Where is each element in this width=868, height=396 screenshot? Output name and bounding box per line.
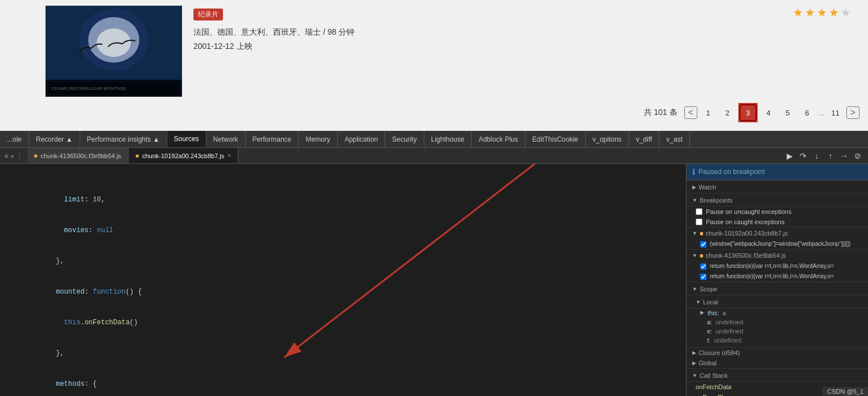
status-bar: CSDN @5_1	[822, 387, 868, 396]
bp-entry-1-checkbox[interactable]	[700, 241, 706, 248]
scope-closure[interactable]: ▶ Closure (d584)	[687, 348, 868, 358]
step-btn[interactable]: →	[838, 150, 850, 162]
bp-entry-2-text: return function(e){var r=t,n=r.lib,i=n.W…	[710, 262, 834, 270]
bp-entry-3[interactable]: return function(e){var r=t,n=r.lib,i=n.W…	[687, 271, 868, 282]
bp-entry-2-checkbox[interactable]	[700, 263, 706, 270]
bp-file-2-icon: ■	[700, 252, 704, 259]
page-2-btn[interactable]: 2	[719, 104, 736, 121]
file-tab-1[interactable]: ■ chunk-4136500c.f3e9bb54.js	[27, 148, 129, 163]
deactivate-bp-btn[interactable]: ⊘	[852, 150, 863, 162]
step-over-btn[interactable]: ↷	[797, 150, 809, 162]
breakpoints-triangle: ▼	[692, 197, 697, 203]
call-stack-triangle: ▼	[692, 373, 697, 378]
file-icon-2: ■	[135, 152, 139, 159]
global-label: Global	[698, 360, 717, 366]
file-icon-1: ■	[34, 152, 38, 159]
movie-info: 纪录片 法国、德国、意大利、西班牙、瑞士 / 98 分钟 2001-12-12 …	[193, 6, 354, 125]
star-3: ★	[817, 6, 827, 19]
tab-network[interactable]: Network	[206, 131, 246, 147]
scope-this-val: a	[722, 310, 726, 316]
breakpoints-section-header[interactable]: ▼ Breakpoints	[687, 193, 868, 207]
tab-adblock[interactable]: Adblock Plus	[472, 131, 525, 147]
watch-section[interactable]: ▶ Watch	[687, 180, 868, 193]
bp-entry-2[interactable]: return function(e){var r=t,n=r.lib,i=n.W…	[687, 261, 868, 271]
bp-file-section-2: ▼ ■ chunk-4136500c.f3e9bb54.js return fu…	[687, 250, 868, 282]
prev-page-btn[interactable]: <	[684, 106, 697, 119]
file-tab-1-label: chunk-4136500c.f3e9bb54.js	[41, 152, 121, 159]
scope-this-name: this:	[708, 310, 719, 316]
webpage-section: CESAR 2002 MEILLEUR MONTAGE 纪录片 法国、德国、意大…	[0, 0, 868, 131]
page-3-btn[interactable]: 3	[739, 104, 757, 121]
scope-local-header[interactable]: ▼ Local	[687, 295, 868, 308]
bp-file-header-2[interactable]: ▼ ■ chunk-4136500c.f3e9bb54.js	[687, 250, 868, 261]
tab-console[interactable]: ...ole	[0, 131, 29, 147]
page-ellipsis: ...	[818, 108, 825, 117]
watch-label: Watch	[698, 184, 716, 191]
tab-memory[interactable]: Memory	[299, 131, 337, 147]
bp-file-section-1: ▼ ■ chunk-10192a00.243cb8b7.js (window["…	[687, 228, 868, 250]
scope-global[interactable]: ▶ Global	[687, 358, 868, 368]
call-stack-header[interactable]: ▼ Call Stack	[687, 369, 868, 382]
star-rating: ★ ★ ★ ★ ★	[793, 6, 851, 19]
pause-uncaught-checkbox[interactable]	[696, 208, 702, 215]
code-line-1: limit: 10,	[0, 195, 686, 205]
step-out-btn[interactable]: ↑	[825, 150, 836, 162]
breakpoint-banner-text: Paused on breakpoint	[698, 168, 765, 176]
page-4-btn[interactable]: 4	[760, 104, 777, 121]
scope-section: ▼ Scope ▼ Local ▶ this: a	[687, 282, 868, 369]
pause-caught-checkbox[interactable]	[696, 218, 702, 225]
devtools-tab-bar: ...ole Recorder ▲ Performance insights ▲…	[0, 131, 868, 148]
code-line-6: },	[0, 348, 686, 358]
tab-lighthouse[interactable]: Lighthouse	[424, 131, 472, 147]
devtools-body: limit: 10, movies: null }, mounted: fun	[0, 164, 868, 396]
bp-entry-3-checkbox[interactable]	[700, 274, 706, 280]
breakpoints-section: Pause on uncaught exceptions Pause on ca…	[687, 207, 868, 228]
page-6-btn[interactable]: 6	[799, 104, 816, 121]
scope-e-name: e:	[700, 328, 712, 335]
genre-tag: 纪录片	[193, 9, 223, 20]
code-line-2: movies: null	[0, 225, 686, 236]
tab-application[interactable]: Application	[338, 131, 386, 147]
file-tab-2-close[interactable]: ×	[228, 152, 231, 159]
breakpoint-banner: ℹ Paused on breakpoint	[687, 164, 868, 180]
scope-local-section: ▼ Local ▶ this: a a: undefined	[687, 295, 868, 348]
scope-t-name: t:	[700, 337, 710, 344]
code-lines: limit: 10, movies: null }, mounted: fun	[0, 164, 686, 396]
bp-entry-1[interactable]: (window["webpackJsonp"]=window["webpackJ…	[687, 239, 868, 249]
tab-performance[interactable]: Performance	[246, 131, 299, 147]
closure-label: Closure (d584)	[698, 349, 740, 356]
tab-vast[interactable]: v_ast	[659, 131, 690, 147]
page-11-btn[interactable]: 11	[827, 104, 844, 121]
movie-meta-line2: 2001-12-12 上映	[193, 39, 354, 53]
next-page-btn[interactable]: >	[846, 106, 859, 119]
code-panel[interactable]: limit: 10, movies: null }, mounted: fun	[0, 164, 686, 396]
code-line-7: methods: {	[0, 379, 686, 389]
file-tab-2[interactable]: ■ chunk-10192a00.243cb8b7.js ×	[129, 148, 238, 163]
bp-entry-3-text: return function(e){var r=t,n=r.lib,i=n.W…	[710, 273, 834, 280]
bp-file-header-1[interactable]: ▼ ■ chunk-10192a00.243cb8b7.js	[687, 228, 868, 239]
pause-caught-row: Pause on caught exceptions	[687, 217, 868, 227]
more-tabs-btn[interactable]: »	[10, 152, 14, 159]
page-1-btn[interactable]: 1	[700, 104, 717, 121]
watch-triangle: ▶	[692, 184, 696, 190]
tab-options-btn[interactable]: ⋮	[16, 152, 23, 159]
tab-security[interactable]: Security	[385, 131, 424, 147]
scope-a-val: undefined	[716, 319, 743, 325]
tab-vdiff[interactable]: v_diff	[629, 131, 659, 147]
pagination-area: 共 101 条 < 1 2 3 4 5 6 ... 11 >	[644, 103, 860, 122]
tab-sources[interactable]: Sources	[167, 131, 206, 147]
tab-perf-insights[interactable]: Performance insights ▲	[80, 131, 167, 147]
scope-header[interactable]: ▼ Scope	[687, 282, 868, 295]
bp-file-2-name: chunk-4136500c.f3e9bb54.js	[706, 252, 786, 259]
tab-cookie[interactable]: EditThisCookie	[526, 131, 586, 147]
tab-voptions[interactable]: v_opitons	[586, 131, 629, 147]
step-into-btn[interactable]: ↓	[811, 150, 822, 162]
sidebar-toggle[interactable]: ≡	[5, 152, 8, 159]
movie-meta-line1: 法国、德国、意大利、西班牙、瑞士 / 98 分钟	[193, 25, 354, 39]
page-5-btn[interactable]: 5	[779, 104, 796, 121]
tab-recorder[interactable]: Recorder ▲	[29, 131, 80, 147]
resume-btn[interactable]: ▶	[784, 150, 795, 162]
file-tab-2-label: chunk-10192a00.243cb8b7.js	[142, 152, 224, 159]
code-line-5: this.onFetchData()	[0, 317, 686, 328]
svg-rect-4	[46, 80, 182, 97]
